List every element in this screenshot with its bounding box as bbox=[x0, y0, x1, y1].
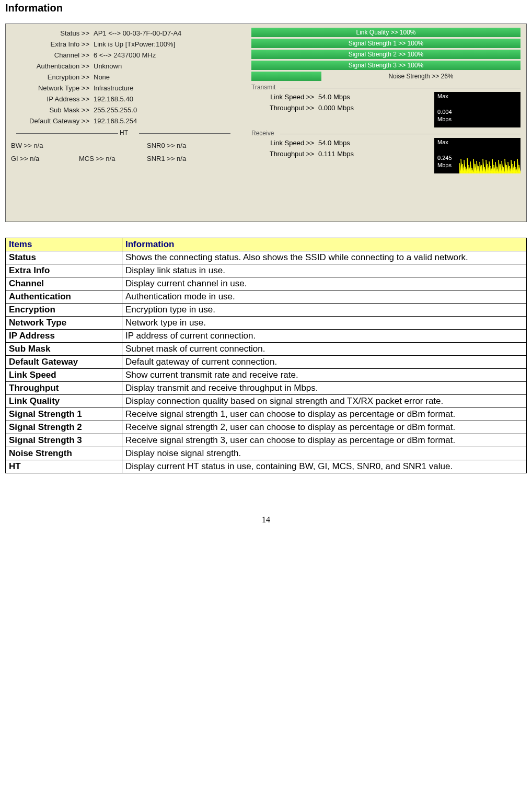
kv-row: Status >>AP1 <--> 00-03-7F-00-D7-A4 bbox=[11, 29, 230, 37]
table-row: ThroughputDisplay transmit and receive t… bbox=[6, 382, 527, 395]
table-info: Default gateway of current connection. bbox=[122, 356, 527, 369]
kv-row: Sub Mask >>255.255.255.0 bbox=[11, 106, 230, 114]
transmit-label: Transmit bbox=[251, 84, 277, 91]
page-title: Information bbox=[5, 2, 527, 14]
ht-legend: HT bbox=[11, 128, 230, 138]
th-items: Items bbox=[6, 238, 122, 251]
table-info: Receive signal strength 2, user can choo… bbox=[122, 421, 527, 434]
table-row: Link SpeedShow current transmit rate and… bbox=[6, 369, 527, 382]
kv-label: Default Gateway >> bbox=[11, 117, 91, 125]
table-row: Signal Strength 1Receive signal strength… bbox=[6, 408, 527, 421]
kv-label: Authentication >> bbox=[11, 62, 91, 70]
kv-value: AP1 <--> 00-03-7F-00-D7-A4 bbox=[91, 29, 230, 37]
table-row: Link QualityDisplay connection quality b… bbox=[6, 395, 527, 408]
tx-chart-svg bbox=[459, 92, 521, 127]
table-row: Noise StrengthDisplay noise signal stren… bbox=[6, 447, 527, 460]
table-row: HTDisplay current HT status in use, cont… bbox=[6, 460, 527, 473]
signal2-bar: Signal Strength 2 >> 100% bbox=[251, 50, 521, 59]
transmit-block: Link Speed >>54.0 Mbps Throughput >>0.00… bbox=[251, 92, 521, 127]
table-info: Display current channel in use. bbox=[122, 277, 527, 290]
right-column: Link Quality >> 100% Signal Strength 1 >… bbox=[251, 27, 521, 173]
table-item: IP Address bbox=[6, 330, 122, 343]
noise-bar: Noise Strength >> 26% bbox=[251, 72, 521, 81]
ht-snr1: SNR1 >> bbox=[147, 155, 175, 162]
table-item: Noise Strength bbox=[6, 447, 122, 460]
table-item: Sub Mask bbox=[6, 343, 122, 356]
noise-bar-text: Noise Strength >> 26% bbox=[321, 72, 521, 81]
rx-chart-svg bbox=[459, 138, 521, 173]
receive-chart: Max 0.245 Mbps bbox=[434, 138, 521, 173]
table-item: HT bbox=[6, 460, 122, 473]
tx-chart-unit: Mbps bbox=[437, 116, 452, 122]
table-item: Signal Strength 1 bbox=[6, 408, 122, 421]
rx-throughput-label: Throughput >> bbox=[251, 150, 316, 158]
kv-label: Encryption >> bbox=[11, 73, 91, 81]
receive-label: Receive bbox=[251, 130, 276, 137]
table-info: Shows the connecting status. Also shows … bbox=[122, 251, 527, 264]
table-row: IP AddressIP address of current connecti… bbox=[6, 330, 527, 343]
receive-legend: Receive bbox=[251, 130, 521, 138]
tx-linkspeed-value: 54.0 Mbps bbox=[316, 93, 431, 101]
kv-value: 192.168.5.254 bbox=[91, 117, 230, 125]
table-info: Subnet mask of current connection. bbox=[122, 343, 527, 356]
kv-row: Encryption >>None bbox=[11, 73, 230, 81]
ht-snr1-val: n/a bbox=[177, 155, 186, 162]
table-info: Display transmit and receive throughput … bbox=[122, 382, 527, 395]
table-row: Default GatewayDefault gateway of curren… bbox=[6, 356, 527, 369]
ht-snr0: SNR0 >> bbox=[147, 142, 175, 149]
table-info: Authentication mode in use. bbox=[122, 290, 527, 304]
signal3-bar: Signal Strength 3 >> 100% bbox=[251, 61, 521, 70]
tx-throughput-value: 0.000 Mbps bbox=[316, 104, 431, 112]
rx-chart-value: 0.245 bbox=[437, 155, 452, 161]
transmit-legend: Transmit bbox=[251, 84, 521, 92]
ht-snr0-val: n/a bbox=[177, 142, 186, 149]
kv-row: Network Type >>Infrastructure bbox=[11, 84, 230, 92]
kv-row: Channel >>6 <--> 2437000 MHz bbox=[11, 51, 230, 59]
kv-value: 255.255.255.0 bbox=[91, 106, 230, 114]
rx-linkspeed-value: 54.0 Mbps bbox=[316, 139, 431, 147]
table-info: IP address of current connection. bbox=[122, 330, 527, 343]
table-row: StatusShows the connecting status. Also … bbox=[6, 251, 527, 264]
table-row: ChannelDisplay current channel in use. bbox=[6, 277, 527, 290]
kv-label: IP Address >> bbox=[11, 95, 91, 103]
table-info: Display noise signal strength. bbox=[122, 447, 527, 460]
kv-value: 192.168.5.40 bbox=[91, 95, 230, 103]
tx-linkspeed-label: Link Speed >> bbox=[251, 93, 316, 101]
kv-row: Extra Info >>Link is Up [TxPower:100%] bbox=[11, 40, 230, 48]
table-info: Display link status in use. bbox=[122, 264, 527, 277]
table-row: AuthenticationAuthentication mode in use… bbox=[6, 290, 527, 304]
kv-value: Unknown bbox=[91, 62, 230, 70]
table-info: Receive signal strength 3, user can choo… bbox=[122, 434, 527, 447]
table-item: Status bbox=[6, 251, 122, 264]
tx-throughput-label: Throughput >> bbox=[251, 104, 316, 112]
table-row: EncryptionEncryption type in use. bbox=[6, 304, 527, 317]
table-item: Network Type bbox=[6, 317, 122, 330]
kv-label: Extra Info >> bbox=[11, 40, 91, 48]
table-row: Extra InfoDisplay link status in use. bbox=[6, 264, 527, 277]
tx-chart-max: Max bbox=[437, 93, 448, 99]
transmit-chart: Max 0.004 Mbps bbox=[434, 92, 521, 127]
ht-gi: GI >> bbox=[11, 155, 28, 162]
kv-value: Infrastructure bbox=[91, 84, 230, 92]
info-table: Items Information StatusShows the connec… bbox=[5, 238, 527, 473]
kv-row: Authentication >>Unknown bbox=[11, 62, 230, 70]
rx-linkspeed-label: Link Speed >> bbox=[251, 139, 316, 147]
ht-grid: BW >> n/a SNR0 >> n/a GI >> n/a MCS >> n… bbox=[11, 142, 230, 162]
ht-label: HT bbox=[120, 129, 128, 136]
signal1-bar: Signal Strength 1 >> 100% bbox=[251, 39, 521, 48]
table-item: Authentication bbox=[6, 290, 122, 304]
table-info: Network type in use. bbox=[122, 317, 527, 330]
kv-row: Default Gateway >>192.168.5.254 bbox=[11, 117, 230, 125]
kv-label: Network Type >> bbox=[11, 84, 91, 92]
table-row: Signal Strength 2Receive signal strength… bbox=[6, 421, 527, 434]
table-item: Link Quality bbox=[6, 395, 122, 408]
ht-mcs-val: n/a bbox=[106, 155, 115, 162]
table-item: Signal Strength 3 bbox=[6, 434, 122, 447]
rx-chart-max: Max bbox=[437, 139, 448, 145]
ht-mcs: MCS >> bbox=[79, 155, 104, 162]
table-item: Channel bbox=[6, 277, 122, 290]
kv-value: None bbox=[91, 73, 230, 81]
table-item: Encryption bbox=[6, 304, 122, 317]
tx-chart-value: 0.004 bbox=[437, 109, 452, 115]
receive-block: Link Speed >>54.0 Mbps Throughput >>0.11… bbox=[251, 138, 521, 173]
